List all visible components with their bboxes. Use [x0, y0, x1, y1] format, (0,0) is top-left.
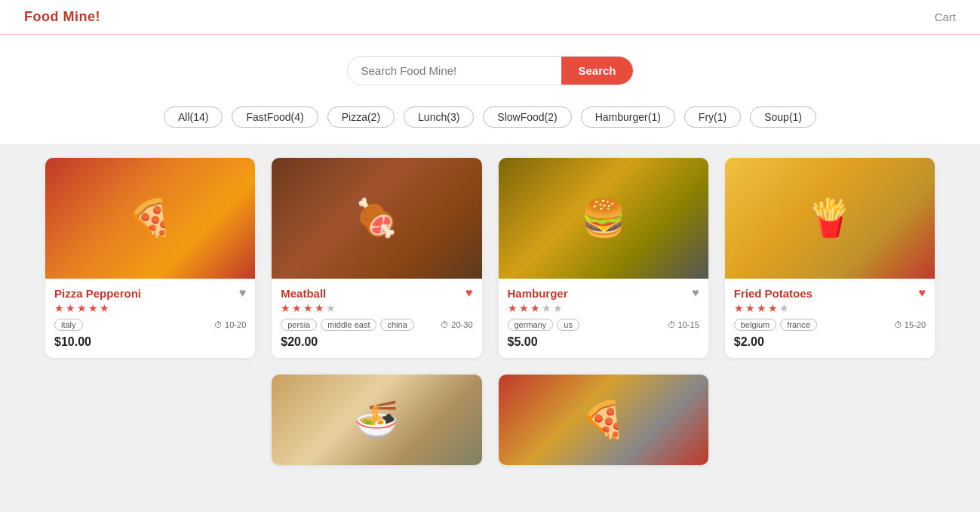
star-filled: ★ [530, 302, 540, 314]
star-filled: ★ [745, 302, 755, 314]
cart-link[interactable]: Cart [935, 11, 956, 23]
search-form: Search [347, 56, 634, 85]
partial-emoji-soup: 🍜 [272, 375, 481, 465]
time-value: 10-15 [678, 320, 699, 329]
food-price-pizza-pepperoni: $10.00 [54, 335, 246, 349]
food-name-hamburger: Hamburger [508, 287, 568, 300]
partial-card-pizza2: 🍕 [499, 375, 708, 465]
star-filled: ★ [303, 302, 313, 314]
time-value: 20-30 [451, 320, 472, 329]
food-emoji-pizza-pepperoni: 🍕 [45, 158, 255, 279]
header: Food Mine! Cart [0, 0, 980, 35]
heart-icon-pizza-pepperoni[interactable]: ♥ [239, 286, 247, 300]
food-price-hamburger: $5.00 [508, 335, 699, 349]
food-emoji-meatball: 🍖 [272, 158, 481, 279]
food-name-pizza-pepperoni: Pizza Pepperoni [54, 287, 141, 300]
filter-tag-fry[interactable]: Fry(1) [684, 106, 741, 128]
logo: Food Mine! [24, 9, 100, 25]
heart-icon-fried-potatoes[interactable]: ♥ [919, 286, 926, 300]
star-filled: ★ [757, 302, 766, 314]
star-filled: ★ [88, 302, 98, 314]
tags-time-row-pizza-pepperoni: italy⏱10-20 [54, 319, 246, 331]
clock-icon: ⏱ [894, 320, 902, 329]
tags-time-row-meatball: persiamiddle eastchina⏱20-30 [281, 319, 472, 331]
tags-time-row-fried-potatoes: belgiumfrance⏱15-20 [734, 319, 926, 331]
time-value: 10-20 [225, 320, 246, 329]
food-name-fried-potatoes: Fried Potatoes [734, 287, 813, 300]
heart-icon-meatball[interactable]: ♥ [465, 286, 473, 300]
food-name-meatball: Meatball [281, 287, 326, 300]
filter-tag-all[interactable]: All(14) [164, 106, 223, 128]
clock-icon: ⏱ [214, 320, 223, 329]
star-filled: ★ [66, 302, 75, 314]
tags-time-row-hamburger: germanyus⏱10-15 [508, 319, 699, 331]
star-empty: ★ [779, 302, 789, 314]
stars-row-hamburger: ★★★★★ [508, 302, 699, 314]
filter-tag-pizza[interactable]: Pizza(2) [327, 106, 395, 128]
time-value: 15-20 [905, 320, 926, 329]
star-filled: ★ [734, 302, 744, 314]
star-filled: ★ [54, 302, 64, 314]
time-tag-pizza-pepperoni: ⏱10-20 [214, 320, 246, 329]
filter-area: All(14)FastFood(4)Pizza(2)Lunch(3)SlowFo… [0, 99, 980, 144]
partial-emoji-pizza2: 🍕 [499, 375, 708, 465]
food-card-pizza-pepperoni: 🍕Pizza Pepperoni♥★★★★★italy⏱10-20$10.00 [45, 158, 255, 358]
food-emoji-fried-potatoes: 🍟 [725, 158, 935, 279]
star-filled: ★ [508, 302, 518, 314]
country-tag: us [557, 319, 579, 331]
heart-icon-hamburger[interactable]: ♥ [692, 286, 699, 300]
food-emoji-hamburger: 🍔 [499, 158, 708, 279]
food-price-fried-potatoes: $2.00 [734, 335, 926, 349]
star-filled: ★ [292, 302, 302, 314]
food-card-hamburger: 🍔Hamburger♥★★★★★germanyus⏱10-15$5.00 [499, 158, 708, 358]
food-image-fried-potatoes: 🍟 [725, 158, 935, 279]
bottom-spacer-2 [725, 375, 935, 465]
stars-row-pizza-pepperoni: ★★★★★ [54, 302, 246, 314]
food-image-pizza-pepperoni: 🍕 [45, 158, 255, 279]
star-empty: ★ [542, 302, 551, 314]
star-filled: ★ [768, 302, 778, 314]
partial-card-soup: 🍜 [272, 375, 481, 465]
country-tag: germany [508, 319, 554, 331]
star-filled: ★ [519, 302, 529, 314]
country-tag: persia [281, 319, 317, 331]
time-tag-meatball: ⏱20-30 [441, 320, 472, 329]
search-input[interactable] [348, 57, 562, 85]
time-tag-fried-potatoes: ⏱15-20 [894, 320, 926, 329]
stars-row-fried-potatoes: ★★★★★ [734, 302, 926, 314]
food-image-meatball: 🍖 [272, 158, 481, 279]
food-price-meatball: $20.00 [281, 335, 472, 349]
star-empty: ★ [326, 302, 336, 314]
bottom-spacer-1 [45, 375, 255, 465]
time-tag-hamburger: ⏱10-15 [668, 320, 699, 329]
star-filled: ★ [77, 302, 87, 314]
star-empty: ★ [553, 302, 563, 314]
country-tag: china [380, 319, 413, 331]
food-card-fried-potatoes: 🍟Fried Potatoes♥★★★★★belgiumfrance⏱15-20… [725, 158, 935, 358]
main-content: 🍕Pizza Pepperoni♥★★★★★italy⏱10-20$10.00🍖… [0, 144, 980, 488]
food-grid: 🍕Pizza Pepperoni♥★★★★★italy⏱10-20$10.00🍖… [45, 158, 935, 358]
star-filled: ★ [315, 302, 324, 314]
stars-row-meatball: ★★★★★ [281, 302, 472, 314]
partial-image-soup: 🍜 [272, 375, 481, 465]
filter-tag-soup[interactable]: Soup(1) [750, 106, 816, 128]
search-area: Search [0, 35, 980, 99]
partial-image-pizza2: 🍕 [499, 375, 708, 465]
search-button[interactable]: Search [561, 57, 632, 85]
star-filled: ★ [281, 302, 290, 314]
country-tag: france [780, 319, 817, 331]
filter-tag-hamburger[interactable]: Hamburger(1) [581, 106, 675, 128]
country-tag: italy [54, 319, 83, 331]
country-tag: belgium [734, 319, 777, 331]
filter-tag-lunch[interactable]: Lunch(3) [404, 106, 474, 128]
filter-tag-fastfood[interactable]: FastFood(4) [232, 106, 318, 128]
food-card-meatball: 🍖Meatball♥★★★★★persiamiddle eastchina⏱20… [272, 158, 481, 358]
food-image-hamburger: 🍔 [499, 158, 708, 279]
star-filled: ★ [100, 302, 109, 314]
clock-icon: ⏱ [668, 320, 676, 329]
clock-icon: ⏱ [441, 320, 449, 329]
filter-tag-slowfood[interactable]: SlowFood(2) [483, 106, 571, 128]
food-grid-bottom: 🍜🍕 [45, 375, 935, 465]
country-tag: middle east [321, 319, 376, 331]
